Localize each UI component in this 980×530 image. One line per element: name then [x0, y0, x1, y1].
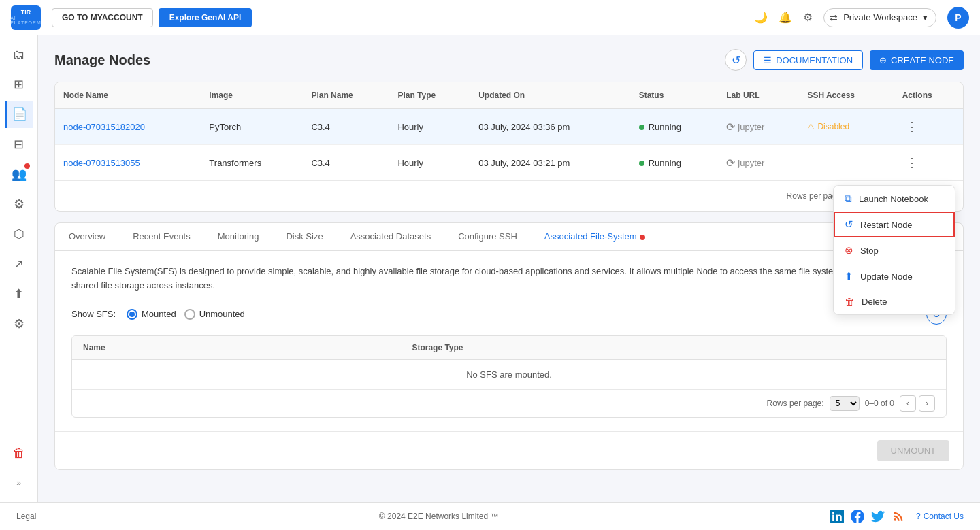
sidebar-item-table[interactable]: ⊟	[5, 131, 33, 158]
sidebar-item-settings[interactable]: ⚙	[5, 310, 33, 337]
dropdown-menu: ⧉ Launch Notebook ↺ Restart Node ⊗ Stop …	[833, 185, 956, 315]
sidebar-item-pipeline[interactable]: ⚙	[5, 191, 33, 218]
tab-filesystem[interactable]: Associated File-System	[531, 223, 659, 251]
inner-table-empty-row: No SFS are mounted.	[72, 359, 946, 389]
dropdown-update[interactable]: ⬆ Update Node	[834, 263, 955, 289]
tab-ssh[interactable]: Configure SSH	[444, 223, 531, 251]
linkedin-icon[interactable]	[830, 510, 844, 523]
pipeline-icon: ⚙	[14, 197, 24, 212]
stop-icon: ⊗	[845, 244, 853, 256]
docs-button[interactable]: ☰ DOCUMENTATION	[753, 50, 863, 70]
warning-icon-1: ⚠	[807, 122, 815, 131]
sidebar-item-team[interactable]: 👥	[5, 161, 33, 188]
actions-menu-button-1[interactable]: ⋮	[902, 117, 921, 136]
jupyter-link-1[interactable]: ⟳ jupyter	[726, 120, 791, 133]
inner-rows-select[interactable]: 510	[830, 396, 860, 411]
tab-monitoring[interactable]: Monitoring	[204, 223, 273, 251]
status-dot-2	[639, 161, 644, 166]
refresh-button[interactable]: ↺	[725, 49, 747, 71]
sidebar-item-share[interactable]: ↗	[5, 250, 33, 278]
delete-menu-icon: 🗑	[845, 296, 855, 308]
nodes-table-card: Node Name Image Plan Name Plan Type Upda…	[54, 82, 964, 212]
team-icon: 👥	[12, 167, 27, 182]
inner-page-nav: ‹ ›	[900, 395, 935, 412]
tab-events[interactable]: Recent Events	[119, 223, 204, 251]
page-title: Manage Nodes	[54, 52, 725, 68]
delete-icon: 🗑	[13, 446, 25, 461]
sidebar-item-delete[interactable]: 🗑	[5, 440, 33, 467]
radio-unmounted-circle	[184, 309, 195, 320]
share-icon: ↗	[14, 256, 24, 271]
dropdown-restart[interactable]: ↺ Restart Node	[834, 212, 955, 237]
unmount-button[interactable]: UNMOUNT	[877, 440, 949, 461]
status-cell-1: Running	[631, 109, 719, 145]
chevron-down-icon: ▾	[923, 12, 928, 22]
dropdown-launch[interactable]: ⧉ Launch Notebook	[834, 186, 955, 212]
lab-url-cell-1: ⟳ jupyter	[718, 109, 799, 145]
topnav: TIR AI PLATFORM GO TO MYACCOUNT Explore …	[0, 0, 980, 35]
my-account-button[interactable]: GO TO MYACCOUNT	[52, 8, 153, 27]
col-updated-on: Updated On	[470, 82, 630, 109]
actions-menu-button-2[interactable]: ⋮	[902, 153, 921, 172]
workspace-icon: ⇄	[830, 12, 838, 23]
sidebar-item-expand[interactable]: »	[5, 469, 33, 497]
ssh-status-1: ⚠Disabled	[807, 122, 885, 131]
col-plan-type: Plan Type	[389, 82, 470, 109]
tab-datasets[interactable]: Associated Datasets	[337, 223, 445, 251]
jupyter-link-2[interactable]: ⟳ jupyter	[726, 156, 791, 169]
inner-col-storage: Storage Type	[401, 336, 946, 360]
sfs-filter: Show SFS: Mounted Unmounted ↺	[71, 304, 947, 325]
notification-icon[interactable]: 🔔	[779, 11, 792, 24]
detail-tabs: Overview Recent Events Monitoring Disk S…	[55, 223, 963, 251]
col-node-name: Node Name	[55, 82, 201, 109]
radio-mounted[interactable]: Mounted	[127, 309, 176, 320]
radio-unmounted[interactable]: Unmounted	[184, 309, 245, 320]
settings-icon[interactable]: ⚙	[803, 11, 813, 24]
legal-link[interactable]: Legal	[16, 512, 36, 521]
col-lab-url: Lab URL	[718, 82, 799, 109]
launch-label: Launch Notebook	[859, 194, 928, 204]
jupyter-icon-1: ⟳	[726, 120, 735, 133]
dark-mode-icon[interactable]: 🌙	[754, 11, 768, 24]
node-name-link-1[interactable]: node-070315182020	[63, 122, 145, 132]
show-sfs-label: Show SFS:	[71, 309, 116, 319]
stop-label: Stop	[860, 246, 879, 256]
tab-disk[interactable]: Disk Size	[272, 223, 336, 251]
team-badge	[24, 163, 30, 169]
update-icon: ⬆	[845, 270, 853, 282]
col-status: Status	[631, 82, 719, 109]
question-icon: ?	[916, 512, 921, 521]
avatar[interactable]: P	[947, 7, 969, 29]
page-footer: Legal © 2024 E2E Networks Limited ™ ? Co…	[0, 502, 980, 530]
docs-icon: ☰	[764, 55, 772, 65]
sidebar-item-dashboard[interactable]: ⊞	[5, 71, 33, 98]
sidebar-item-nodes[interactable]: 📄	[5, 101, 33, 128]
dropdown-delete[interactable]: 🗑 Delete	[834, 289, 955, 314]
inner-next-button[interactable]: ›	[919, 395, 935, 412]
inner-table-card: Name Storage Type No SFS are mounted. Ro…	[71, 335, 947, 418]
nodes-table-wrapper: Node Name Image Plan Name Plan Type Upda…	[55, 82, 963, 180]
node-name-link-2[interactable]: node-07031513055	[63, 158, 140, 168]
inner-col-name: Name	[72, 336, 401, 360]
workspace-dropdown[interactable]: ⇄ Private Workspace ▾	[823, 8, 936, 27]
inner-footer: Rows per page: 510 0–0 of 0 ‹ ›	[72, 389, 946, 417]
facebook-icon[interactable]	[851, 510, 864, 523]
inner-prev-button[interactable]: ‹	[900, 395, 916, 412]
twitter-icon[interactable]	[871, 510, 885, 523]
sidebar-item-upload[interactable]: ⬆	[5, 280, 33, 308]
restart-label: Restart Node	[860, 220, 913, 230]
logo: TIR AI PLATFORM	[11, 5, 41, 30]
rss-icon[interactable]	[892, 510, 905, 523]
contact-us-link[interactable]: ? Contact Us	[916, 512, 964, 521]
logo-box: TIR AI PLATFORM	[11, 5, 41, 30]
sidebar-item-network[interactable]: ⬡	[5, 220, 33, 248]
logo-text: TIR	[21, 10, 31, 16]
sidebar-item-files[interactable]: 🗂	[5, 41, 33, 68]
jupyter-icon-2: ⟳	[726, 156, 735, 169]
tab-overview[interactable]: Overview	[55, 223, 119, 251]
logo-sub: AI PLATFORM	[10, 16, 42, 25]
explore-api-button[interactable]: Explore GenAI API	[159, 8, 252, 27]
main-content: Manage Nodes ↺ ☰ DOCUMENTATION ⊕ CREATE …	[38, 35, 980, 502]
create-node-button[interactable]: ⊕ CREATE NODE	[870, 50, 964, 70]
dropdown-stop[interactable]: ⊗ Stop	[834, 237, 955, 263]
